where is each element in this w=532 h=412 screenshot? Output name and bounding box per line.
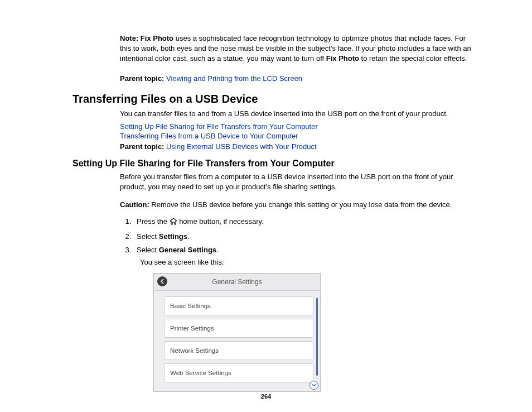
heading-transferring: Transferring Files on a USB Device <box>72 93 476 106</box>
note-feature-1: Fix Photo <box>141 34 173 42</box>
lcd-item-printer[interactable]: Printer Settings <box>164 319 313 338</box>
note-label: Note: <box>120 34 138 42</box>
scrollbar[interactable] <box>316 298 318 376</box>
intro-2: Before you transfer files from a compute… <box>120 172 476 192</box>
scroll-down-icon[interactable] <box>309 381 318 390</box>
lcd-item-network[interactable]: Network Settings <box>164 341 313 360</box>
parent-topic-2: Parent topic: Using External USB Devices… <box>120 142 476 151</box>
parent-link-1[interactable]: Viewing and Printing from the LCD Screen <box>166 74 302 83</box>
steps-list: Press the home button, if necessary. Sel… <box>120 217 476 392</box>
step-3: Select General Settings. You see a scree… <box>133 245 476 392</box>
parent-topic-1: Parent topic: Viewing and Printing from … <box>120 74 476 83</box>
parent-label-2: Parent topic: <box>120 142 164 151</box>
intro-1: You can transfer files to and from a USB… <box>120 109 476 119</box>
caution-label: Caution: <box>120 200 149 209</box>
caution-block: Caution: Remove the USB device before yo… <box>120 200 476 210</box>
step-1: Press the home button, if necessary. <box>133 217 476 228</box>
home-icon <box>170 218 177 228</box>
parent-link-2[interactable]: Using External USB Devices with Your Pro… <box>166 142 317 151</box>
note-text-post: to retain the special color effects. <box>359 54 467 63</box>
sub-links: Setting Up File Sharing for File Transfe… <box>120 122 476 140</box>
note-block: Note: Fix Photo uses a sophisticated fac… <box>120 33 476 64</box>
step-2: Select Settings. <box>133 232 476 242</box>
page-number: 264 <box>0 393 532 400</box>
note-feature-2: Fix Photo <box>326 54 359 63</box>
link-transferring-files[interactable]: Transferring Files from a USB Device to … <box>120 132 476 140</box>
parent-label-1: Parent topic: <box>120 74 164 83</box>
step-3-subtext: You see a screen like this: <box>140 257 476 267</box>
caution-text: Remove the USB device before you change … <box>149 200 452 209</box>
link-file-sharing[interactable]: Setting Up File Sharing for File Transfe… <box>120 122 476 131</box>
lcd-screenshot: General Settings Basic Settings Printer … <box>153 273 321 392</box>
lcd-item-basic[interactable]: Basic Settings <box>164 296 313 315</box>
back-icon[interactable] <box>157 276 167 286</box>
heading-setting-up: Setting Up File Sharing for File Transfe… <box>72 159 476 169</box>
lcd-item-web-service[interactable]: Web Service Settings <box>164 363 313 382</box>
lcd-title: General Settings <box>212 278 262 286</box>
